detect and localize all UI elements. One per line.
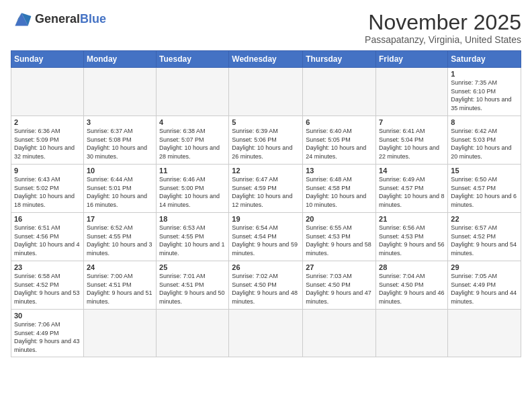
day-info: Sunrise: 6:53 AM Sunset: 4:55 PM Dayligh… <box>159 224 226 257</box>
day-cell <box>83 310 156 357</box>
weekday-saturday: Saturday <box>448 51 521 68</box>
day-number: 26 <box>232 263 300 271</box>
header: GeneralBlue November 2025 Passapatanzy, … <box>11 11 521 45</box>
day-cell <box>157 68 229 116</box>
day-cell: 18Sunrise: 6:53 AM Sunset: 4:55 PM Dayli… <box>157 213 229 261</box>
day-number: 8 <box>451 118 518 126</box>
day-number: 14 <box>379 167 445 175</box>
day-info: Sunrise: 6:44 AM Sunset: 5:01 PM Dayligh… <box>87 175 153 209</box>
day-number: 9 <box>14 167 81 175</box>
day-info: Sunrise: 7:05 AM Sunset: 4:49 PM Dayligh… <box>451 272 518 306</box>
day-cell <box>448 310 521 357</box>
day-info: Sunrise: 6:36 AM Sunset: 5:09 PM Dayligh… <box>14 127 81 161</box>
day-info: Sunrise: 6:41 AM Sunset: 5:04 PM Dayligh… <box>379 127 445 161</box>
day-cell: 23Sunrise: 6:58 AM Sunset: 4:52 PM Dayli… <box>11 261 84 310</box>
day-number: 27 <box>306 263 373 271</box>
day-number: 24 <box>87 263 153 271</box>
day-info: Sunrise: 6:37 AM Sunset: 5:08 PM Dayligh… <box>87 127 153 161</box>
day-cell: 7Sunrise: 6:41 AM Sunset: 5:04 PM Daylig… <box>376 116 448 165</box>
weekday-header-row: SundayMondayTuesdayWednesdayThursdayFrid… <box>11 51 521 68</box>
week-row-2: 2Sunrise: 6:36 AM Sunset: 5:09 PM Daylig… <box>11 116 521 165</box>
day-number: 3 <box>87 118 153 126</box>
day-info: Sunrise: 6:55 AM Sunset: 4:53 PM Dayligh… <box>306 224 373 257</box>
day-number: 2 <box>14 118 81 126</box>
day-cell <box>229 310 303 357</box>
day-number: 17 <box>87 215 153 223</box>
day-info: Sunrise: 6:40 AM Sunset: 5:05 PM Dayligh… <box>306 127 373 161</box>
day-number: 22 <box>451 215 518 223</box>
day-info: Sunrise: 7:01 AM Sunset: 4:51 PM Dayligh… <box>159 272 226 306</box>
day-cell: 26Sunrise: 7:02 AM Sunset: 4:50 PM Dayli… <box>229 261 303 310</box>
day-number: 25 <box>159 263 226 271</box>
day-cell: 29Sunrise: 7:05 AM Sunset: 4:49 PM Dayli… <box>448 261 521 310</box>
day-cell <box>157 310 229 357</box>
day-info: Sunrise: 6:47 AM Sunset: 4:59 PM Dayligh… <box>232 175 300 209</box>
weekday-friday: Friday <box>376 51 448 68</box>
day-cell: 30Sunrise: 7:06 AM Sunset: 4:49 PM Dayli… <box>11 310 84 357</box>
day-cell: 12Sunrise: 6:47 AM Sunset: 4:59 PM Dayli… <box>229 165 303 213</box>
day-cell: 14Sunrise: 6:49 AM Sunset: 4:57 PM Dayli… <box>376 165 448 213</box>
logo-text: GeneralBlue <box>35 13 106 26</box>
day-number: 29 <box>451 263 518 271</box>
logo: GeneralBlue <box>11 11 106 27</box>
day-cell: 22Sunrise: 6:57 AM Sunset: 4:52 PM Dayli… <box>448 213 521 261</box>
day-info: Sunrise: 6:54 AM Sunset: 4:54 PM Dayligh… <box>232 224 300 257</box>
day-info: Sunrise: 6:38 AM Sunset: 5:07 PM Dayligh… <box>159 127 226 161</box>
day-number: 20 <box>306 215 373 223</box>
day-info: Sunrise: 6:42 AM Sunset: 5:03 PM Dayligh… <box>451 127 518 161</box>
day-cell: 25Sunrise: 7:01 AM Sunset: 4:51 PM Dayli… <box>157 261 229 310</box>
week-row-6: 30Sunrise: 7:06 AM Sunset: 4:49 PM Dayli… <box>11 310 521 357</box>
day-info: Sunrise: 6:50 AM Sunset: 4:57 PM Dayligh… <box>451 175 518 209</box>
day-info: Sunrise: 7:06 AM Sunset: 4:49 PM Dayligh… <box>14 320 81 354</box>
day-cell: 16Sunrise: 6:51 AM Sunset: 4:56 PM Dayli… <box>11 213 84 261</box>
month-title: November 2025 <box>365 11 521 34</box>
day-number: 5 <box>232 118 300 126</box>
day-info: Sunrise: 7:02 AM Sunset: 4:50 PM Dayligh… <box>232 272 300 306</box>
day-cell: 8Sunrise: 6:42 AM Sunset: 5:03 PM Daylig… <box>448 116 521 165</box>
day-number: 7 <box>379 118 445 126</box>
day-number: 19 <box>232 215 300 223</box>
day-number: 13 <box>306 167 373 175</box>
day-cell: 20Sunrise: 6:55 AM Sunset: 4:53 PM Dayli… <box>303 213 376 261</box>
day-number: 28 <box>379 263 445 271</box>
day-cell <box>303 310 376 357</box>
day-cell: 6Sunrise: 6:40 AM Sunset: 5:05 PM Daylig… <box>303 116 376 165</box>
day-info: Sunrise: 6:49 AM Sunset: 4:57 PM Dayligh… <box>379 175 445 209</box>
day-cell: 21Sunrise: 6:56 AM Sunset: 4:53 PM Dayli… <box>376 213 448 261</box>
day-cell <box>303 68 376 116</box>
day-cell <box>229 68 303 116</box>
weekday-sunday: Sunday <box>11 51 84 68</box>
day-info: Sunrise: 6:57 AM Sunset: 4:52 PM Dayligh… <box>451 224 518 257</box>
day-cell: 10Sunrise: 6:44 AM Sunset: 5:01 PM Dayli… <box>83 165 156 213</box>
day-info: Sunrise: 6:39 AM Sunset: 5:06 PM Dayligh… <box>232 127 300 161</box>
day-info: Sunrise: 6:58 AM Sunset: 4:52 PM Dayligh… <box>14 272 81 306</box>
day-number: 30 <box>14 312 81 320</box>
week-row-3: 9Sunrise: 6:43 AM Sunset: 5:02 PM Daylig… <box>11 165 521 213</box>
day-cell: 15Sunrise: 6:50 AM Sunset: 4:57 PM Dayli… <box>448 165 521 213</box>
title-block: November 2025 Passapatanzy, Virginia, Un… <box>365 11 521 45</box>
day-info: Sunrise: 6:48 AM Sunset: 4:58 PM Dayligh… <box>306 175 373 209</box>
calendar: SundayMondayTuesdayWednesdayThursdayFrid… <box>11 50 521 357</box>
day-info: Sunrise: 6:52 AM Sunset: 4:55 PM Dayligh… <box>87 224 153 257</box>
day-cell: 13Sunrise: 6:48 AM Sunset: 4:58 PM Dayli… <box>303 165 376 213</box>
weekday-monday: Monday <box>83 51 156 68</box>
day-info: Sunrise: 7:04 AM Sunset: 4:50 PM Dayligh… <box>379 272 445 306</box>
day-cell <box>376 310 448 357</box>
week-row-5: 23Sunrise: 6:58 AM Sunset: 4:52 PM Dayli… <box>11 261 521 310</box>
day-cell: 2Sunrise: 6:36 AM Sunset: 5:09 PM Daylig… <box>11 116 84 165</box>
day-number: 4 <box>159 118 226 126</box>
day-number: 12 <box>232 167 300 175</box>
day-number: 18 <box>159 215 226 223</box>
day-cell: 24Sunrise: 7:00 AM Sunset: 4:51 PM Dayli… <box>83 261 156 310</box>
week-row-1: 1Sunrise: 7:35 AM Sunset: 6:10 PM Daylig… <box>11 68 521 116</box>
day-number: 15 <box>451 167 518 175</box>
day-number: 1 <box>451 70 518 78</box>
location: Passapatanzy, Virginia, United States <box>365 34 521 45</box>
day-info: Sunrise: 7:35 AM Sunset: 6:10 PM Dayligh… <box>451 79 518 112</box>
day-cell: 27Sunrise: 7:03 AM Sunset: 4:50 PM Dayli… <box>303 261 376 310</box>
logo-icon <box>11 11 32 27</box>
day-number: 11 <box>159 167 226 175</box>
day-number: 23 <box>14 263 81 271</box>
day-cell: 11Sunrise: 6:46 AM Sunset: 5:00 PM Dayli… <box>157 165 229 213</box>
day-cell: 1Sunrise: 7:35 AM Sunset: 6:10 PM Daylig… <box>448 68 521 116</box>
